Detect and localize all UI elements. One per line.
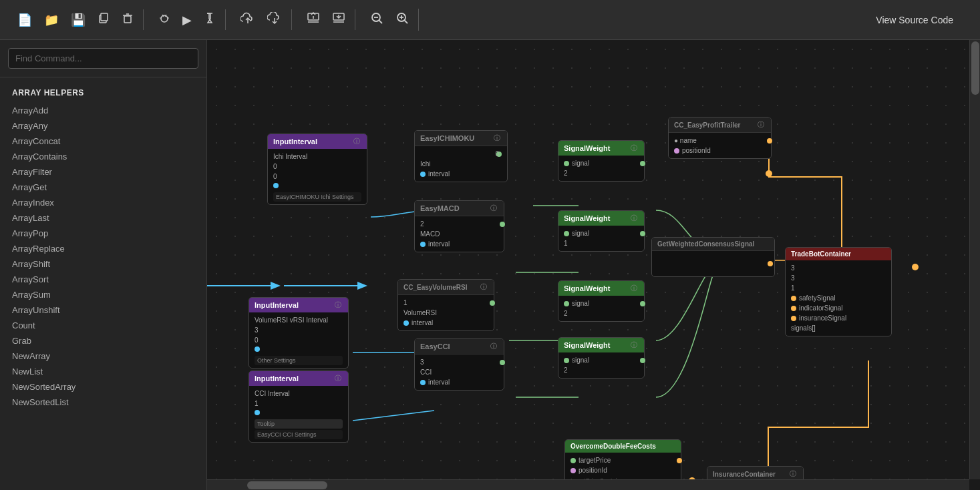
node-row: 2 — [564, 308, 639, 318]
node-info-btn[interactable]: ⓘ — [492, 134, 502, 143]
node-easymacd-body: 2 MACD interval — [415, 216, 504, 252]
sidebar-item-arrayget[interactable]: ArrayGet — [0, 180, 206, 195]
node-info-btn[interactable]: ⓘ — [629, 144, 639, 153]
node-info-btn[interactable]: ⓘ — [788, 469, 798, 479]
node-row: 0 — [273, 172, 361, 182]
node-info-btn[interactable]: ⓘ — [756, 120, 766, 130]
svg-point-30 — [912, 264, 919, 270]
node-info-btn[interactable]: ⓘ — [489, 342, 498, 351]
port-in — [420, 380, 426, 385]
scrollbar-bottom[interactable] — [207, 479, 969, 490]
sidebar-item-arrayindex[interactable]: ArrayIndex — [0, 195, 206, 210]
node-info-btn[interactable]: ⓘ — [629, 340, 639, 350]
port-blue — [255, 346, 260, 352]
transfer-tools — [297, 9, 355, 30]
cloud-up-button[interactable] — [236, 9, 259, 30]
delete-button[interactable] — [118, 9, 138, 30]
debug-button[interactable] — [154, 9, 174, 30]
cloud-tools — [231, 9, 292, 30]
node-info-btn[interactable]: ⓘ — [629, 284, 639, 293]
canvas-area[interactable]: InputInterval ⓘ Ichi Interval 0 0 EasyIC… — [207, 40, 980, 490]
sidebar-item-arraysum[interactable]: ArraySum — [0, 287, 206, 302]
node-cc-easyvolumersi-body: 1 VolumeRSI interval — [398, 295, 494, 330]
scrollbar-thumb-v[interactable] — [971, 41, 979, 95]
node-port-row: interval — [420, 377, 498, 387]
open-folder-button[interactable]: 📁 — [40, 10, 63, 30]
sidebar-item-arrayconcat[interactable]: ArrayConcat — [0, 134, 206, 149]
sidebar-item-grab[interactable]: Grab — [0, 333, 206, 348]
node-info-btn[interactable]: ⓘ — [333, 300, 343, 310]
node-info-btn[interactable]: ⓘ — [333, 374, 343, 383]
upload-button[interactable] — [303, 9, 324, 30]
sidebar-item-arrayunshift[interactable]: ArrayUnshift — [0, 302, 206, 318]
run-button[interactable]: ▶ — [178, 10, 196, 30]
sidebar-item-count[interactable]: Count — [0, 318, 206, 333]
node-signalweight3[interactable]: SignalWeight ⓘ signal 2 — [558, 280, 645, 322]
sidebar-item-arrayfilter[interactable]: ArrayFilter — [0, 164, 206, 180]
node-info-btn[interactable]: ⓘ — [629, 214, 639, 223]
sidebar-item-arrayany[interactable]: ArrayAny — [0, 118, 206, 134]
node-inputinterval3[interactable]: InputInterval ⓘ CCI Interval 1 Tooltip E… — [249, 371, 349, 443]
svg-line-25 — [405, 21, 408, 24]
svg-point-29 — [766, 170, 772, 177]
sidebar-item-arraycontains[interactable]: ArrayContains — [0, 149, 206, 164]
tooltip-label: Tooltip — [255, 419, 343, 429]
node-tradebotcontainer[interactable]: TradeBotContainer 3 3 1 safetySignal ind… — [785, 247, 892, 336]
node-signalweight2[interactable]: SignalWeight ⓘ signal 1 — [558, 210, 645, 252]
node-cc-easyprofittrailer[interactable]: CC_EasyProfitTrailer ⓘ ● name positionId — [668, 117, 772, 159]
node-info-btn[interactable]: ⓘ — [479, 282, 488, 292]
node-cc-easyvolumersi[interactable]: CC_EasyVolumeRSI ⓘ 1 VolumeRSI interval — [397, 279, 494, 331]
node-signalweight1[interactable]: SignalWeight ⓘ signal 2 — [558, 140, 645, 182]
svg-line-21 — [379, 21, 383, 24]
node-inputinterval1[interactable]: InputInterval ⓘ Ichi Interval 0 0 EasyIC… — [267, 134, 367, 205]
sidebar-item-arraysort[interactable]: ArraySort — [0, 272, 206, 287]
scrollbar-right[interactable] — [969, 40, 980, 479]
node-easyichimoku[interactable]: EasyICHIMOKU ⓘ 0 Ichi interval — [414, 130, 508, 182]
node-row: 3 — [791, 263, 886, 273]
copy-button[interactable] — [94, 9, 114, 30]
sidebar-item-newsortedarray[interactable]: NewSortedArray — [0, 379, 206, 395]
cloud-down-button[interactable] — [263, 9, 286, 30]
sidebar-search-area — [0, 40, 206, 77]
node-row: 3 — [420, 357, 498, 367]
node-info-btn[interactable]: ⓘ — [489, 204, 498, 213]
sidebar-item-newarray[interactable]: NewArray — [0, 348, 206, 364]
scrollbar-thumb-h[interactable] — [247, 481, 327, 489]
node-easycci[interactable]: EasyCCI ⓘ 3 CCI interval — [414, 338, 504, 391]
test-button[interactable] — [200, 9, 220, 30]
sidebar-item-arraylast[interactable]: ArrayLast — [0, 210, 206, 226]
node-port-row — [255, 409, 343, 417]
sidebar-item-arrayshift[interactable]: ArrayShift — [0, 256, 206, 272]
node-row: 0 — [420, 149, 502, 159]
zoom-out-button[interactable] — [366, 9, 387, 31]
save-button[interactable]: 💾 — [67, 10, 90, 30]
node-signalweight2-header: SignalWeight ⓘ — [558, 211, 644, 226]
node-inputinterval2[interactable]: InputInterval ⓘ VolumeRSI vRSI Interval … — [249, 297, 349, 369]
port-out — [677, 458, 682, 463]
sidebar-item-arraypop[interactable]: ArrayPop — [0, 226, 206, 241]
node-getweightedconsensus-body — [652, 251, 774, 276]
node-signalweight4[interactable]: SignalWeight ⓘ signal 2 — [558, 337, 645, 379]
search-input[interactable] — [8, 48, 198, 69]
new-file-button[interactable]: 📄 — [13, 10, 36, 30]
node-row: positionId — [674, 146, 766, 156]
node-overcomecosts-header: OvercomeDoubleFeeCosts — [565, 440, 681, 453]
sidebar-item-arrayadd[interactable]: ArrayAdd — [0, 103, 206, 118]
port-out-orange — [767, 138, 772, 144]
node-inputinterval2-header: InputInterval ⓘ — [249, 298, 348, 312]
sidebar-item-newsortedlist[interactable]: NewSortedList — [0, 395, 206, 410]
sidebar-item-newlist[interactable]: NewList — [0, 364, 206, 379]
node-getweightedconsensus[interactable]: GetWeightedConsensusSignal — [651, 237, 775, 277]
download-button[interactable] — [328, 9, 349, 30]
port-in — [570, 458, 576, 463]
node-info-btn[interactable]: ⓘ — [352, 137, 361, 146]
sidebar-item-arrayreplace[interactable]: ArrayReplace — [0, 241, 206, 256]
node-signalweight4-body: signal 2 — [558, 352, 644, 378]
view-source-label[interactable]: View Source Code — [876, 15, 967, 25]
port-in — [791, 296, 796, 301]
node-row: 3 — [791, 273, 886, 283]
node-easymacd[interactable]: EasyMACD ⓘ 2 MACD interval — [414, 200, 504, 252]
zoom-in-button[interactable] — [391, 9, 413, 31]
port-in-blue — [420, 172, 426, 177]
node-row: positionId — [570, 465, 675, 475]
